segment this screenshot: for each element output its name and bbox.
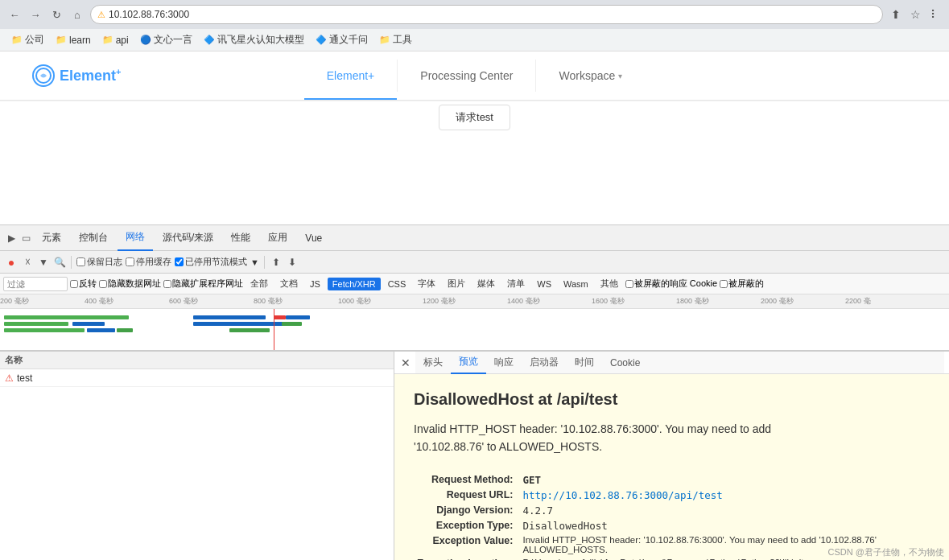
tab-workspace[interactable]: Workspace ▾ bbox=[536, 51, 645, 100]
back-button[interactable]: ← bbox=[6, 6, 23, 23]
field-key: Exception Value: bbox=[414, 533, 519, 556]
field-key: Exception Type: bbox=[414, 518, 519, 533]
hide-data-urls-checkbox[interactable]: 隐藏数据网址 bbox=[99, 278, 161, 290]
reverse-checkbox[interactable]: 反转 bbox=[70, 278, 97, 290]
bookmark-button[interactable]: ☆ bbox=[907, 6, 923, 23]
filter-doc[interactable]: 文档 bbox=[275, 276, 303, 291]
filter-ws[interactable]: WS bbox=[532, 278, 556, 290]
tab-sources[interactable]: 源代码/来源 bbox=[155, 225, 221, 251]
bookmark-tongyi[interactable]: 🔷 通义千问 bbox=[311, 31, 373, 48]
tab-preview[interactable]: 预览 bbox=[451, 352, 486, 374]
timeline-marker-line bbox=[274, 309, 274, 351]
field-key: Django Version: bbox=[414, 503, 519, 518]
filter-js[interactable]: JS bbox=[305, 278, 325, 290]
request-test-button[interactable]: 请求test bbox=[439, 105, 510, 130]
filter-fetch-xhr[interactable]: Fetch/XHR bbox=[328, 278, 381, 290]
tab-processing[interactable]: Processing Center bbox=[398, 51, 535, 100]
timeline-bar bbox=[117, 328, 133, 332]
logo-icon bbox=[32, 64, 55, 87]
filter-wasm[interactable]: Wasm bbox=[559, 278, 593, 290]
logo-text: Element+ bbox=[60, 67, 121, 84]
bookmark-wenxin[interactable]: 🔵 文心一言 bbox=[135, 31, 197, 48]
folder-icon: 📁 bbox=[379, 35, 390, 46]
folder-icon: 📁 bbox=[56, 35, 67, 46]
preserve-log-checkbox[interactable]: 保留日志 bbox=[76, 256, 122, 268]
hide-ext-input[interactable] bbox=[163, 280, 171, 288]
filter-all[interactable]: 全部 bbox=[246, 276, 273, 291]
tab-workspace-label: Workspace bbox=[559, 69, 615, 82]
folder-icon: 📁 bbox=[11, 35, 23, 46]
address-bar[interactable]: ⚠ 10.102.88.76:3000 bbox=[90, 5, 883, 24]
offline-mode-checkbox[interactable]: 已停用节流模式 ▼ bbox=[175, 256, 259, 268]
bookmark-company-label: 公司 bbox=[25, 33, 44, 47]
bookmark-wenxin-label: 文心一言 bbox=[154, 33, 192, 47]
bookmark-tools[interactable]: 📁 工具 bbox=[374, 31, 417, 48]
tab-elements[interactable]: 元素 bbox=[34, 225, 69, 251]
tab-console[interactable]: 控制台 bbox=[71, 225, 116, 251]
nav-logo[interactable]: Element+ bbox=[32, 64, 121, 87]
filter-image[interactable]: 图片 bbox=[443, 276, 470, 291]
hide-ext-checkbox[interactable]: 隐藏扩展程序网址 bbox=[163, 278, 243, 290]
detail-panel: ✕ 标头 预览 响应 启动器 时间 bbox=[394, 352, 949, 560]
record-button[interactable]: ● bbox=[5, 256, 18, 269]
filter-manifest[interactable]: 清单 bbox=[502, 276, 530, 291]
offline-mode-input[interactable] bbox=[175, 257, 184, 266]
timeline-bar bbox=[193, 322, 290, 326]
filter-css[interactable]: CSS bbox=[383, 278, 411, 290]
home-button[interactable]: ⌂ bbox=[69, 6, 85, 23]
download-har-button[interactable]: ⬇ bbox=[286, 256, 299, 269]
security-icon: ⚠ bbox=[97, 10, 105, 20]
table-row: Exception Location: D:\Users\pengfeiliu\… bbox=[414, 556, 930, 560]
tab-performance[interactable]: 性能 bbox=[223, 225, 258, 251]
blocked-requests-checkbox[interactable]: 被屏蔽的 bbox=[720, 278, 764, 290]
tab-vue[interactable]: Vue bbox=[297, 225, 330, 251]
request-list: 名称 ⚠ test bbox=[0, 352, 394, 560]
tab-element[interactable]: Element+ bbox=[304, 51, 398, 100]
error-content: DisallowedHost at /api/test Invalid HTTP… bbox=[394, 374, 949, 560]
upload-har-button[interactable]: ⬆ bbox=[270, 256, 283, 269]
field-value: Invalid HTTP_HOST header: '10.102.88.76:… bbox=[519, 533, 930, 556]
blocked-cookies-input[interactable] bbox=[625, 280, 633, 288]
filter-media[interactable]: 媒体 bbox=[472, 276, 500, 291]
request-row-test[interactable]: ⚠ test bbox=[0, 369, 394, 387]
filter-other[interactable]: 其他 bbox=[596, 276, 623, 291]
filter-input[interactable] bbox=[3, 277, 68, 291]
bookmark-company[interactable]: 📁 公司 bbox=[6, 31, 49, 48]
app-nav: Element+ Element+ Processing Center Work… bbox=[0, 51, 949, 100]
tab-response[interactable]: 响应 bbox=[486, 352, 522, 374]
tab-cookie[interactable]: Cookie bbox=[602, 352, 648, 374]
disable-cache-checkbox[interactable]: 停用缓存 bbox=[126, 256, 171, 268]
hide-data-urls-input[interactable] bbox=[99, 280, 107, 288]
bookmark-api[interactable]: 📁 api bbox=[97, 33, 134, 47]
dropdown-arrow-icon[interactable]: ▼ bbox=[250, 257, 259, 267]
tab-initiator[interactable]: 启动器 bbox=[522, 352, 567, 374]
search-button[interactable]: 🔍 bbox=[53, 256, 66, 269]
reload-button[interactable]: ↻ bbox=[48, 6, 64, 23]
tab-timing[interactable]: 时间 bbox=[567, 352, 602, 374]
field-key: Request Method: bbox=[414, 472, 519, 488]
preserve-log-input[interactable] bbox=[76, 257, 85, 266]
menu-button[interactable]: ⠇ bbox=[926, 6, 943, 23]
bookmark-xunfei[interactable]: 🔷 讯飞星火认知大模型 bbox=[199, 31, 309, 48]
tab-headers[interactable]: 标头 bbox=[415, 352, 451, 374]
table-row: Exception Value: Invalid HTTP_HOST heade… bbox=[414, 533, 930, 556]
filter-font[interactable]: 字体 bbox=[413, 276, 440, 291]
tab-application[interactable]: 应用 bbox=[260, 225, 295, 251]
share-button[interactable]: ⬆ bbox=[888, 6, 904, 23]
close-detail-button[interactable]: ✕ bbox=[399, 356, 412, 369]
devtools-device-icon[interactable]: ▭ bbox=[19, 232, 32, 245]
request-list-header: 名称 bbox=[0, 352, 394, 369]
forward-button[interactable]: → bbox=[27, 6, 43, 23]
devtools-inspect-icon[interactable]: ▶ bbox=[5, 232, 18, 245]
tab-network[interactable]: 网络 bbox=[118, 225, 153, 251]
filter-icon[interactable]: ▼ bbox=[37, 256, 50, 269]
reverse-input[interactable] bbox=[70, 280, 78, 288]
timeline-bar bbox=[72, 322, 105, 326]
table-row: Request Method: GET bbox=[414, 472, 930, 488]
blocked-requests-input[interactable] bbox=[720, 280, 728, 288]
error-desc-line1: Invalid HTTP_HOST header: '10.102.88.76:… bbox=[414, 422, 771, 435]
bookmark-learn[interactable]: 📁 learn bbox=[51, 33, 96, 47]
clear-button[interactable]: ☓ bbox=[21, 256, 34, 269]
blocked-cookies-checkbox[interactable]: 被屏蔽的响应 Cookie bbox=[625, 278, 717, 290]
disable-cache-input[interactable] bbox=[126, 257, 134, 266]
